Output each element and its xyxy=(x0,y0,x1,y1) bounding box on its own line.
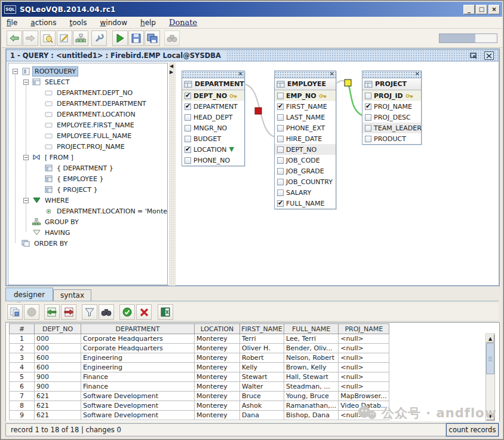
tree-label[interactable]: ROOTQUERY xyxy=(32,66,78,77)
tree-node-from-table[interactable]: { PROJECT } xyxy=(10,184,165,195)
dept-no-cell[interactable]: 900 xyxy=(35,382,81,392)
table-field[interactable]: HIRE_DATE xyxy=(275,133,336,144)
cancel-changes-button[interactable] xyxy=(136,304,152,320)
metadata-explorer-button[interactable] xyxy=(40,30,56,46)
row-number-cell[interactable]: 8 xyxy=(10,401,35,411)
field-checkbox[interactable] xyxy=(277,190,284,196)
card-close-icon[interactable]: ✕ xyxy=(238,71,243,78)
full-name-cell[interactable]: Steadman, ... xyxy=(284,382,339,392)
tree-node-from-table[interactable]: { DEPARTMENT } xyxy=(10,163,165,173)
location-cell[interactable]: Monterey xyxy=(195,392,240,401)
tree-label[interactable]: WHERE xyxy=(43,196,71,205)
proj-name-cell[interactable]: <null> xyxy=(339,372,389,382)
field-checkbox[interactable] xyxy=(185,125,191,132)
department-cell[interactable]: Finance xyxy=(81,372,195,382)
table-field[interactable]: DEPT_NO xyxy=(275,144,336,155)
table-field[interactable]: PROJ_NAME xyxy=(362,101,421,112)
column-header[interactable]: PROJ_NAME xyxy=(339,324,389,334)
first-name-cell[interactable]: Robert xyxy=(240,353,284,363)
back-button[interactable] xyxy=(7,30,22,46)
department-cell[interactable]: Corporate Headquarters xyxy=(81,334,195,344)
dept-no-cell[interactable]: 000 xyxy=(35,344,81,353)
first-name-cell[interactable]: Bruce xyxy=(240,392,284,401)
table-row[interactable]: 4 600 Engineering Monterey Kelly Brown, … xyxy=(10,363,389,372)
full-name-cell[interactable]: Young, Bruce xyxy=(284,392,339,401)
menu-item[interactable]: window xyxy=(100,19,127,27)
table-field[interactable]: BUDGET xyxy=(182,133,244,144)
tree-label[interactable]: { EMPLOYEE } xyxy=(55,175,105,184)
location-cell[interactable]: Monterey xyxy=(195,334,240,344)
field-checkbox[interactable] xyxy=(365,125,371,132)
tree-node-select[interactable]: − SELECT xyxy=(10,77,165,87)
accept-changes-button[interactable] xyxy=(119,304,135,320)
table-row[interactable]: 7 621 Software Development Monterey Bruc… xyxy=(10,392,389,401)
tree-node-select-column[interactable]: DEPARTMENT.DEPARTMENT xyxy=(10,98,165,109)
tree-node-groupby[interactable]: GROUP BY xyxy=(10,216,165,227)
field-checkbox[interactable] xyxy=(365,93,371,99)
table-field[interactable]: SALARY xyxy=(275,187,336,198)
fetch-next-button[interactable] xyxy=(61,304,76,320)
field-checkbox[interactable] xyxy=(185,146,191,153)
tree-node-rootquery[interactable]: − ROOTQUERY xyxy=(10,66,165,77)
first-name-cell[interactable]: Terri xyxy=(240,334,284,344)
table-row[interactable]: 8 621 Software Development Monterey Asho… xyxy=(10,401,389,411)
tree-label[interactable]: { DEPARTMENT } xyxy=(55,164,115,173)
table-row[interactable]: 9 621 Software Development Monterey Dana… xyxy=(10,411,389,420)
menu-item[interactable]: file xyxy=(7,19,17,27)
tree-label[interactable]: { PROJECT } xyxy=(55,185,100,194)
first-name-cell[interactable]: Walter xyxy=(240,382,284,392)
full-name-cell[interactable]: Brown, Kelly xyxy=(284,363,339,372)
card-drag-handle[interactable]: ✕ xyxy=(275,71,336,78)
expand-handle[interactable]: − xyxy=(23,152,32,163)
menu-item[interactable]: actions xyxy=(30,19,56,27)
tree-node-select-column[interactable]: DEPARTMENT.LOCATION xyxy=(10,109,165,120)
table-row[interactable]: 5 900 Finance Monterey Stewart Hall, Ste… xyxy=(10,372,389,382)
department-cell[interactable]: Software Development xyxy=(81,401,195,411)
tree-node-select-column[interactable]: EMPLOYEE.FIRST_NAME xyxy=(10,120,165,130)
field-checkbox[interactable] xyxy=(185,93,191,99)
row-number-cell[interactable]: 6 xyxy=(10,382,35,392)
location-cell[interactable]: Monterey xyxy=(195,411,240,420)
row-number-cell[interactable]: 5 xyxy=(10,372,35,382)
preferences-button[interactable] xyxy=(91,30,107,46)
forward-button[interactable] xyxy=(23,30,38,46)
save-as-button[interactable] xyxy=(145,30,160,46)
tree-label[interactable]: DEPARTMENT.LOCATION = 'Monterey' xyxy=(55,207,168,216)
dept-no-cell[interactable]: 900 xyxy=(35,372,81,382)
table-card-employee[interactable]: ✕ EMPLOYEE EMP_NO xyxy=(274,71,336,209)
tab-syntax[interactable]: syntax xyxy=(53,289,91,301)
table-field[interactable]: FIRST_NAME xyxy=(275,101,336,112)
tree-label[interactable]: DEPARTMENT.DEPARTMENT xyxy=(55,99,148,108)
record-button[interactable] xyxy=(24,304,39,320)
tree-node-where-condition[interactable]: DEPARTMENT.LOCATION = 'Monterey' xyxy=(10,206,165,216)
table-field[interactable]: JOB_GRADE xyxy=(275,166,336,176)
field-checkbox[interactable] xyxy=(277,146,284,153)
column-header[interactable]: # xyxy=(10,324,35,334)
column-header[interactable]: DEPARTMENT xyxy=(81,324,195,334)
first-name-cell[interactable]: Kelly xyxy=(240,363,284,372)
dept-no-cell[interactable]: 621 xyxy=(35,411,81,420)
field-checkbox[interactable] xyxy=(277,114,284,121)
location-cell[interactable]: Monterey xyxy=(195,401,240,411)
expand-handle[interactable]: − xyxy=(13,66,21,77)
row-number-cell[interactable]: 1 xyxy=(10,334,35,344)
count-records-button[interactable]: count records xyxy=(446,423,499,436)
table-field[interactable]: DEPARTMENT xyxy=(182,101,244,112)
full-name-cell[interactable]: Nelson, Robert xyxy=(284,353,339,363)
tree-node-having[interactable]: HAVING xyxy=(10,227,165,238)
tree-label[interactable]: HAVING xyxy=(43,228,72,237)
table-row[interactable]: 6 900 Finance Monterey Walter Steadman, … xyxy=(10,382,389,392)
expand-handle[interactable]: − xyxy=(23,195,32,206)
schema-button[interactable] xyxy=(73,30,88,46)
table-field[interactable]: LAST_NAME xyxy=(275,112,336,123)
expand-right-icon[interactable]: ▶ xyxy=(170,70,173,75)
maximize-button[interactable]: □ xyxy=(476,5,487,14)
diagram-canvas[interactable]: ✕ DEPARTMENT DEPT_NO xyxy=(176,62,498,285)
menu-item[interactable]: help xyxy=(140,19,156,27)
table-field[interactable]: EMP_NO xyxy=(275,90,336,101)
full-name-cell[interactable]: Bender, Oliv... xyxy=(284,344,339,353)
dept-no-cell[interactable]: 600 xyxy=(35,353,81,363)
tree-label[interactable]: GROUP BY xyxy=(43,218,81,227)
tree-label[interactable]: DEPARTMENT.DEPT_NO xyxy=(55,88,134,97)
menu-item[interactable]: tools xyxy=(69,19,87,27)
